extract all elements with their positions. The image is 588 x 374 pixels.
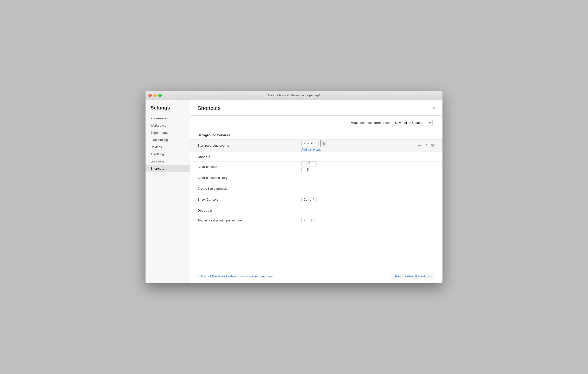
shortcut-row-clear-console: Clear console Ctrl L ⌘ K (190, 161, 442, 172)
window-title: DevTools - web.dev/why-coop-coep/ (268, 93, 320, 97)
titlebar: DevTools - web.dev/why-coop-coep/ (146, 91, 442, 100)
sidebar-title: Settings (146, 105, 190, 115)
key-badge-cmd-k: ⌘ K (301, 167, 311, 172)
preset-select[interactable]: DevTools (Default) Visual Studio Code (393, 120, 433, 126)
shortcut-name-clear-console-history: Clear console history (197, 176, 301, 180)
shortcut-keys-start-recording: ⌘ s ⌘ f 🗑 Add a shortcut (301, 140, 414, 151)
shortcut-keys-toggle-breakpoint: ⌘ ⌥ B (301, 218, 435, 223)
sidebar-item-throttling[interactable]: Throttling (146, 151, 190, 158)
shortcut-row-start-recording: Start recording events ⌘ s ⌘ f 🗑 Add a s… (190, 140, 442, 152)
shortcut-row-show-console: Show Console Ctrl ` (190, 194, 442, 205)
sidebar-item-locations[interactable]: Locations (146, 158, 190, 165)
shortcut-keys-clear-console: Ctrl L ⌘ K (301, 161, 435, 172)
key-badge-cmd-s-cmd-f: ⌘ s ⌘ f (301, 141, 318, 146)
shortcut-row-toggle-breakpoint: Toggle breakpoint input window ⌘ ⌥ B (190, 215, 442, 226)
main-content: Shortcuts × Match shortcuts from preset … (190, 100, 442, 283)
shortcut-name-toggle-breakpoint: Toggle breakpoint input window (197, 218, 301, 222)
shortcuts-body: Background Services Start recording even… (190, 130, 442, 269)
close-button[interactable] (148, 94, 152, 97)
section-header-console: Console (190, 152, 442, 161)
sidebar-item-workspace[interactable]: Workspace (146, 122, 190, 129)
preset-row: Match shortcuts from preset DevTools (De… (190, 116, 442, 130)
add-shortcut-link[interactable]: Add a shortcut (301, 148, 320, 151)
shortcut-row-clear-console-history: Clear console history (190, 172, 442, 183)
restore-defaults-button[interactable]: Restore default shortcuts (391, 273, 435, 280)
footer: Full list of DevTools keyboard shortcuts… (190, 269, 442, 283)
main-header: Shortcuts × (190, 100, 442, 116)
sidebar-item-experiments[interactable]: Experiments (146, 129, 190, 136)
sidebar-item-blackboxing[interactable]: Blackboxing (146, 136, 190, 143)
sidebar: Settings Preferences Workspace Experimen… (146, 100, 190, 283)
section-header-background-services: Background Services (190, 130, 442, 140)
shortcut-name-show-console: Show Console (197, 198, 301, 201)
key-badge-cmd-opt-b: ⌘ ⌥ B (301, 218, 315, 223)
key-badge-ctrl-backtick: Ctrl ` (301, 197, 317, 202)
undo-edit-button[interactable]: ↩ (416, 143, 422, 148)
content-area: Settings Preferences Workspace Experimen… (146, 100, 442, 283)
traffic-lights (148, 94, 162, 97)
delete-shortcut-button[interactable]: 🗑 (320, 140, 327, 147)
shortcut-name-clear-console: Clear console (197, 165, 301, 169)
key-badge-ctrl-l: Ctrl L (301, 161, 317, 166)
sidebar-item-devices[interactable]: Devices (146, 143, 190, 151)
preset-label: Match shortcuts from preset (351, 121, 391, 125)
shortcut-row-create-live-expression: Create live expression (190, 183, 442, 194)
devtools-window: DevTools - web.dev/why-coop-coep/ Settin… (146, 91, 442, 283)
sidebar-item-shortcuts[interactable]: Shortcuts (146, 165, 190, 172)
edit-actions: ↩ ✓ ✕ (416, 143, 435, 148)
confirm-edit-button[interactable]: ✓ (423, 143, 428, 148)
maximize-button[interactable] (158, 94, 162, 97)
full-list-link[interactable]: Full list of DevTools keyboard shortcuts… (197, 274, 273, 278)
page-title: Shortcuts (197, 105, 220, 111)
sidebar-item-preferences[interactable]: Preferences (146, 115, 190, 122)
shortcut-keys-show-console: Ctrl ` (301, 197, 435, 202)
close-settings-button[interactable]: × (432, 106, 435, 110)
section-header-debugger: Debugger (190, 205, 442, 215)
shortcut-name-create-live-expression: Create live expression (197, 187, 301, 190)
shortcut-name-start-recording: Start recording events (197, 144, 301, 147)
cancel-edit-button[interactable]: ✕ (430, 143, 435, 148)
minimize-button[interactable] (153, 94, 157, 97)
